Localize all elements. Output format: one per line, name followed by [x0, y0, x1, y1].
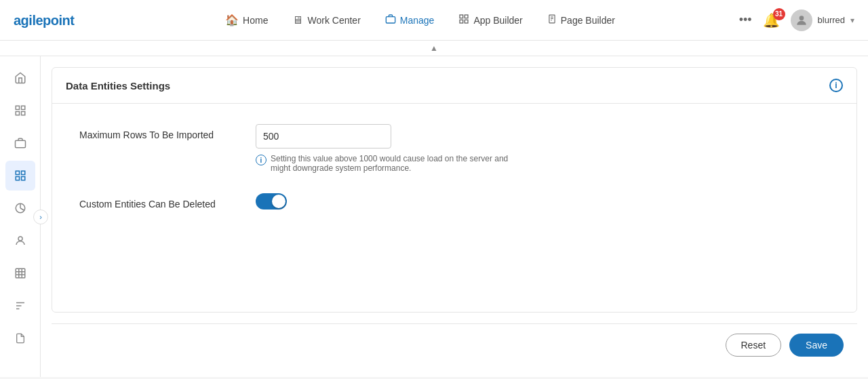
- sidebar-item-home[interactable]: [5, 63, 35, 93]
- nav-pagebuilder[interactable]: Page Builder: [538, 9, 625, 31]
- content-area: Data Entities Settings i Maximum Rows To…: [41, 56, 868, 377]
- more-menu-button[interactable]: •••: [739, 13, 752, 27]
- nav-pagebuilder-label: Page Builder: [561, 15, 615, 26]
- svg-rect-4: [465, 20, 469, 23]
- nav-appbuilder-label: App Builder: [473, 15, 522, 26]
- save-button[interactable]: Save: [789, 334, 844, 357]
- pagebuilder-icon: [547, 14, 557, 27]
- notification-badge: 31: [773, 8, 785, 20]
- nav-manage[interactable]: Manage: [376, 9, 444, 31]
- sidebar: ›: [0, 56, 41, 377]
- max-rows-row: Maximum Rows To Be Imported i Setting th…: [79, 124, 829, 173]
- chevron-down-icon: ▾: [850, 16, 854, 25]
- svg-rect-21: [16, 268, 25, 278]
- settings-header: Data Entities Settings i: [52, 68, 856, 104]
- home-icon: 🏠: [225, 14, 239, 26]
- sidebar-item-grid[interactable]: [5, 258, 35, 288]
- hint-info-icon: i: [256, 155, 267, 165]
- svg-rect-11: [21, 106, 24, 109]
- briefcase-icon: [385, 14, 396, 27]
- max-rows-input[interactable]: [256, 124, 391, 148]
- svg-rect-17: [16, 177, 19, 180]
- nav-right: ••• 🔔 31 blurred ▾: [739, 9, 854, 31]
- custom-entities-toggle[interactable]: [256, 193, 287, 210]
- max-rows-control: i Setting this value above 1000 would ca…: [256, 124, 829, 173]
- main-layout: › Data Entities Settings i Maximum Rows …: [0, 56, 868, 377]
- svg-point-20: [18, 237, 22, 241]
- sidebar-item-doc[interactable]: [5, 323, 35, 353]
- reset-button[interactable]: Reset: [726, 334, 782, 357]
- svg-point-9: [799, 16, 804, 20]
- nav-home-label: Home: [243, 15, 268, 26]
- max-rows-label: Maximum Rows To Be Imported: [79, 124, 256, 140]
- sidebar-item-briefcase[interactable]: [5, 128, 35, 158]
- header-info-icon[interactable]: i: [829, 79, 843, 92]
- top-navigation: agilepoint 🏠 Home 🖥 Work Center Manage A…: [0, 0, 868, 41]
- sidebar-item-user[interactable]: [5, 226, 35, 256]
- collapse-handle[interactable]: ▲: [0, 41, 868, 56]
- avatar: [791, 9, 812, 31]
- svg-rect-14: [15, 140, 25, 148]
- sidebar-item-dashboard[interactable]: [5, 96, 35, 125]
- logo-agile: agile: [14, 13, 43, 28]
- appbuilder-icon: [458, 14, 469, 27]
- nav-links: 🏠 Home 🖥 Work Center Manage App Builder …: [101, 9, 738, 31]
- nav-manage-label: Manage: [400, 15, 435, 26]
- hint-text: Setting this value above 1000 would caus…: [271, 154, 513, 173]
- svg-rect-3: [460, 20, 463, 23]
- sidebar-item-filter[interactable]: [5, 291, 35, 321]
- svg-rect-12: [16, 112, 19, 115]
- svg-rect-1: [460, 15, 463, 18]
- custom-entities-row: Custom Entities Can Be Deleted: [79, 193, 829, 212]
- max-rows-hint: i Setting this value above 1000 would ca…: [256, 154, 513, 173]
- sidebar-expand-button[interactable]: ›: [33, 210, 48, 224]
- sidebar-item-apps[interactable]: [5, 161, 35, 191]
- nav-workcenter[interactable]: 🖥 Work Center: [283, 10, 370, 31]
- nav-home[interactable]: 🏠 Home: [216, 9, 277, 31]
- nav-workcenter-label: Work Center: [307, 15, 360, 26]
- svg-rect-2: [465, 15, 469, 18]
- notifications-button[interactable]: 🔔 31: [763, 12, 780, 28]
- svg-rect-18: [21, 177, 24, 180]
- sidebar-item-chart[interactable]: [5, 193, 35, 223]
- nav-appbuilder[interactable]: App Builder: [449, 9, 532, 31]
- svg-rect-13: [21, 112, 24, 115]
- svg-rect-15: [16, 171, 19, 174]
- logo: agilepoint: [14, 12, 74, 29]
- settings-card: Data Entities Settings i Maximum Rows To…: [52, 67, 857, 313]
- page-title: Data Entities Settings: [66, 80, 170, 92]
- svg-rect-0: [386, 16, 395, 22]
- toggle-thumb: [272, 195, 285, 208]
- logo-point: point: [43, 13, 74, 28]
- settings-body: Maximum Rows To Be Imported i Setting th…: [52, 104, 856, 253]
- custom-entities-label: Custom Entities Can Be Deleted: [79, 193, 256, 210]
- svg-rect-10: [16, 106, 19, 109]
- user-menu[interactable]: blurred ▾: [791, 9, 854, 31]
- custom-entities-control: [256, 193, 829, 212]
- footer-actions: Reset Save: [52, 323, 857, 366]
- svg-rect-16: [21, 171, 24, 174]
- user-name: blurred: [818, 15, 845, 25]
- monitor-icon: 🖥: [292, 14, 303, 26]
